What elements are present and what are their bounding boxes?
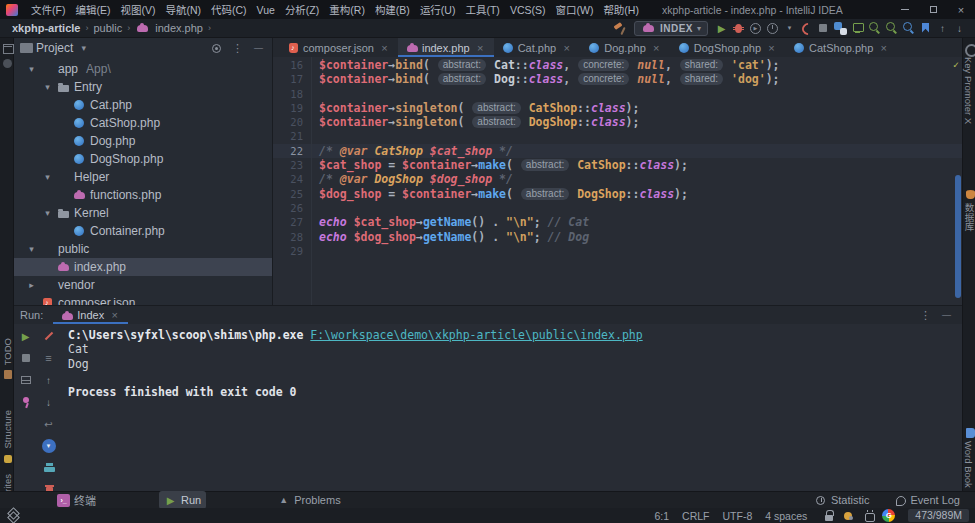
run-tab-index[interactable]: Index — [53, 306, 128, 324]
code-line-16[interactable]: 16$container→bind( abstract: Cat::class,… — [273, 58, 962, 72]
trash-icon[interactable] — [42, 483, 56, 491]
editor-tab-index-php[interactable]: index.php — [398, 38, 494, 57]
breadcrumb-item[interactable]: public — [93, 22, 122, 34]
code-line-18[interactable]: 18 — [273, 87, 962, 101]
menu-item[interactable]: 构建(B) — [370, 2, 415, 17]
chevron-down-icon[interactable]: ▾ — [42, 208, 53, 218]
menu-item[interactable]: 导航(N) — [160, 2, 206, 17]
bookmark-icon[interactable] — [918, 21, 933, 36]
menu-item[interactable]: 重构(R) — [324, 2, 370, 17]
play-icon[interactable] — [19, 329, 33, 343]
tree-item-functions-php[interactable]: functions.php — [14, 186, 272, 204]
stop-gray-icon[interactable] — [19, 351, 33, 365]
console-file-link[interactable]: F:\workspace\demo\xkphp-article\public\i… — [310, 328, 642, 342]
coverage-icon[interactable] — [748, 21, 763, 36]
stop-icon[interactable] — [816, 21, 831, 36]
menu-item[interactable]: 代码(C) — [206, 2, 252, 17]
arrow-up-icon[interactable] — [935, 21, 950, 36]
tool-window-button-todo[interactable]: TODO — [0, 338, 14, 381]
code-line-24[interactable]: 24/* @var DogShop $dog_shop */ — [273, 172, 962, 186]
menu-item[interactable]: 运行(U) — [415, 2, 461, 17]
chevron-down-icon[interactable]: ▾ — [42, 82, 53, 92]
tool-window-button-终端[interactable]: 终端 — [52, 491, 101, 509]
minimize-window-icon[interactable] — [891, 0, 919, 19]
pencil-icon[interactable] — [42, 329, 56, 343]
x-icon[interactable] — [877, 41, 890, 54]
win-icon[interactable] — [0, 41, 13, 54]
menu-item[interactable]: Vue — [252, 4, 280, 16]
x-icon[interactable] — [560, 41, 573, 54]
tree-item-catshop-php[interactable]: CatShop.php — [14, 114, 272, 132]
code-line-26[interactable]: 26 — [273, 201, 962, 215]
tool-window-button-structure[interactable]: Structure — [0, 410, 14, 465]
chevron-right-icon[interactable]: ▸ — [26, 280, 37, 290]
tool-window-switcher-icon[interactable] — [6, 508, 21, 523]
arrow-down-icon[interactable] — [42, 395, 56, 409]
chev-tiny-icon[interactable] — [782, 21, 797, 36]
wrap-icon[interactable] — [42, 417, 56, 431]
target-icon[interactable] — [209, 41, 224, 56]
tree-item-app[interactable]: ▾appApp\ — [14, 60, 272, 78]
status-widget[interactable]: 4 spaces — [765, 510, 807, 522]
tool-window-button-kpx[interactable]: Key Promoter X — [962, 42, 975, 124]
status-widget[interactable]: CRLF — [682, 510, 709, 522]
project-panel-title[interactable]: Project — [36, 41, 73, 55]
tool-window-button-statistic[interactable]: Statistic — [809, 493, 875, 508]
tree-item-kernel[interactable]: ▾Kernel — [14, 204, 272, 222]
code-line-22[interactable]: 22/* @var CatShop $cat_shop */ — [273, 144, 962, 158]
code-line-21[interactable]: 21 — [273, 129, 962, 143]
tree-item-composer-json[interactable]: composer.json — [14, 294, 272, 305]
inspection-ok-icon[interactable]: ✓ — [953, 59, 959, 70]
code-line-29[interactable]: 29 — [273, 244, 962, 258]
x-icon[interactable] — [650, 41, 663, 54]
tree-item-dogshop-php[interactable]: DogShop.php — [14, 150, 272, 168]
search-green-icon[interactable] — [867, 21, 882, 36]
code-line-27[interactable]: 27echo $cat_shop→getName() . "\n"; // Ca… — [273, 215, 962, 229]
play-icon[interactable] — [714, 21, 729, 36]
close-window-icon[interactable]: × — [947, 0, 975, 19]
tree-item-vendor[interactable]: ▸vendor — [14, 276, 272, 294]
arrow-up-icon[interactable] — [42, 373, 56, 387]
plugin-icon[interactable] — [0, 56, 13, 69]
tool-window-button-book[interactable]: Word Book — [962, 426, 975, 488]
menu-item[interactable]: 工具(T) — [460, 2, 504, 17]
menu-item[interactable]: 分析(Z) — [280, 2, 324, 17]
scrollend-icon[interactable] — [42, 439, 56, 453]
code-line-19[interactable]: 19$container→singleton( abstract: CatSho… — [273, 101, 962, 115]
search-blue-icon[interactable] — [901, 21, 916, 36]
menu-item[interactable]: 视图(V) — [115, 2, 160, 17]
profiler-icon[interactable] — [765, 21, 780, 36]
printer-icon[interactable] — [42, 461, 56, 475]
code-line-25[interactable]: 25$dog_shop = $container→make( abstract:… — [273, 187, 962, 201]
breadcrumb-item[interactable]: index.php — [155, 22, 203, 34]
menu-item[interactable]: 文件(F) — [26, 2, 70, 17]
code-line-28[interactable]: 28echo $dog_shop→getName() . "\n"; // Do… — [273, 230, 962, 244]
status-widget[interactable]: UTF-8 — [723, 510, 753, 522]
code-line-17[interactable]: 17$container→bind( abstract: Dog::class,… — [273, 72, 962, 86]
kebab-icon[interactable] — [230, 41, 245, 56]
x-icon[interactable] — [378, 41, 391, 54]
phone-icon[interactable] — [799, 21, 814, 36]
menu-item[interactable]: 帮助(H) — [598, 2, 644, 17]
translate-icon[interactable] — [833, 21, 848, 36]
tree-item-index-php[interactable]: index.php — [14, 258, 272, 276]
x-icon[interactable] — [765, 41, 778, 54]
code-line-20[interactable]: 20$container→singleton( abstract: DogSho… — [273, 115, 962, 129]
minimize-icon[interactable] — [939, 308, 954, 323]
code-editor[interactable]: 16$container→bind( abstract: Cat::class,… — [273, 57, 962, 305]
menu-item[interactable]: 窗口(W) — [550, 2, 598, 17]
kebab-icon[interactable] — [918, 308, 933, 323]
monitor-icon[interactable] — [850, 21, 865, 36]
tree-item-container-php[interactable]: Container.php — [14, 222, 272, 240]
editor-tab-composer-json[interactable]: composer.json — [279, 38, 398, 57]
chevron-down-icon[interactable]: ▾ — [42, 172, 53, 182]
memory-indicator[interactable]: 473/989M — [908, 509, 969, 522]
chevron-down-icon[interactable]: ▾ — [26, 64, 37, 74]
tool-window-button-db[interactable]: 数据库 — [962, 188, 975, 232]
editor-tab-dog-php[interactable]: Dog.php — [580, 38, 670, 57]
minimize-icon[interactable] — [251, 41, 266, 56]
search-refresh-icon[interactable] — [884, 21, 899, 36]
tool-window-button-run[interactable]: Run — [159, 491, 206, 509]
breadcrumb-item[interactable]: xkphp-article — [12, 22, 80, 34]
tree-item-entry[interactable]: ▾Entry — [14, 78, 272, 96]
